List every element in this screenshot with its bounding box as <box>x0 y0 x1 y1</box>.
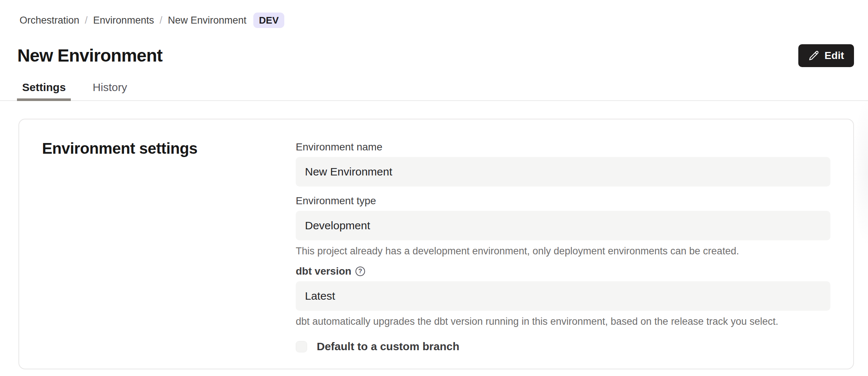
environment-type-helper: This project already has a development e… <box>296 245 830 257</box>
breadcrumb-separator: / <box>85 14 88 27</box>
field-environment-name: Environment name <box>296 141 830 187</box>
dbt-version-helper: dbt automatically upgrades the dbt versi… <box>296 316 830 327</box>
field-environment-type: Environment type This project already ha… <box>296 195 830 257</box>
breadcrumb-item-environments[interactable]: Environments <box>93 14 154 27</box>
settings-form: Environment name Environment type This p… <box>296 119 830 369</box>
field-dbt-version: dbt version ? dbt automatically upgrades… <box>296 265 830 327</box>
page-header: New Environment Edit <box>18 44 854 67</box>
dbt-version-input[interactable] <box>296 281 830 311</box>
breadcrumb: Orchestration / Environments / New Envir… <box>18 0 854 28</box>
breadcrumb-item-orchestration[interactable]: Orchestration <box>20 14 79 27</box>
custom-branch-label[interactable]: Default to a custom branch <box>317 340 459 353</box>
tab-bar: Settings History <box>0 81 868 101</box>
tab-history[interactable]: History <box>87 81 132 100</box>
environment-type-label: Environment type <box>296 195 830 207</box>
dbt-version-label-text: dbt version <box>296 265 351 278</box>
page-title: New Environment <box>17 46 162 65</box>
dbt-version-label: dbt version ? <box>296 265 830 278</box>
edit-button[interactable]: Edit <box>798 44 854 67</box>
environment-name-input[interactable] <box>296 157 830 187</box>
custom-branch-row: Default to a custom branch <box>296 340 830 353</box>
card-left-column: Environment settings <box>19 119 296 369</box>
breadcrumb-item-new-environment[interactable]: New Environment <box>168 14 246 27</box>
pencil-icon <box>808 50 819 61</box>
tab-settings[interactable]: Settings <box>17 81 71 100</box>
edit-button-label: Edit <box>824 50 844 62</box>
section-title: Environment settings <box>42 139 296 158</box>
environment-name-label-text: Environment name <box>296 141 382 153</box>
environment-type-input[interactable] <box>296 211 830 240</box>
help-icon[interactable]: ? <box>355 267 365 276</box>
environment-type-label-text: Environment type <box>296 195 376 207</box>
environment-name-label: Environment name <box>296 141 830 153</box>
environment-settings-page: Orchestration / Environments / New Envir… <box>0 0 868 369</box>
dev-badge: DEV <box>253 13 284 28</box>
breadcrumb-separator: / <box>160 14 163 27</box>
custom-branch-checkbox[interactable] <box>296 341 307 352</box>
environment-settings-card: Environment settings Environment name En… <box>18 119 854 369</box>
